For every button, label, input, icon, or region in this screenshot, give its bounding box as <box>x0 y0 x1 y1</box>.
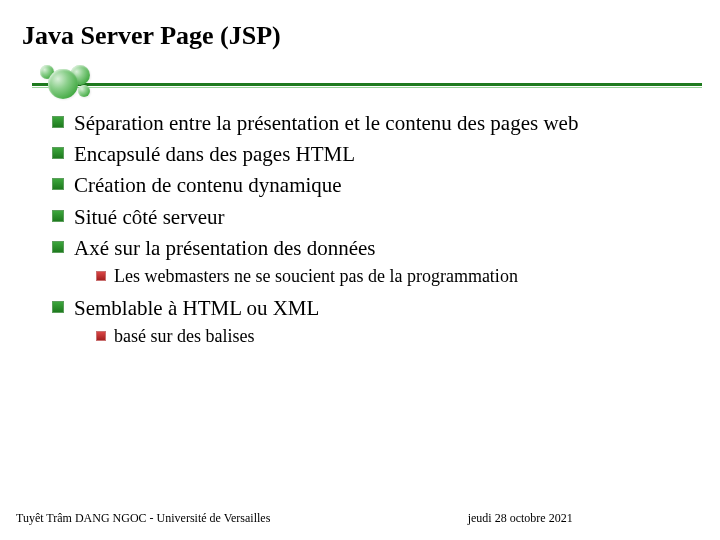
bullet-text: basé sur des balises <box>114 326 254 346</box>
bullet-text: Les webmasters ne se soucient pas de la … <box>114 266 518 286</box>
bullet-list: Séparation entre la présentation et le c… <box>52 109 678 349</box>
content-area: Séparation entre la présentation et le c… <box>0 97 720 349</box>
slide-title: Java Server Page (JSP) <box>22 22 720 51</box>
footer-date: jeudi 28 octobre 2021 <box>468 511 573 526</box>
footer-spacer <box>573 511 704 526</box>
list-item: Création de contenu dynamique <box>52 171 678 199</box>
sub-bullet-list: basé sur des balises <box>74 324 678 349</box>
bullet-text: Situé côté serveur <box>74 205 224 229</box>
slide: Java Server Page (JSP) Séparation entre … <box>0 0 720 540</box>
bullet-text: Séparation entre la présentation et le c… <box>74 111 578 135</box>
list-item: Semblable à HTML ou XML basé sur des bal… <box>52 294 678 350</box>
separator-line <box>32 83 702 86</box>
title-separator <box>0 69 720 97</box>
bullet-text: Semblable à HTML ou XML <box>74 296 319 320</box>
bullet-text: Encapsulé dans des pages HTML <box>74 142 355 166</box>
list-item: Encapsulé dans des pages HTML <box>52 140 678 168</box>
bullet-text: Axé sur la présentation des données <box>74 236 376 260</box>
footer: Tuyêt Trâm DANG NGOC - Université de Ver… <box>16 511 704 526</box>
list-item: Situé côté serveur <box>52 203 678 231</box>
sphere-icon <box>48 69 78 99</box>
title-area: Java Server Page (JSP) <box>0 0 720 51</box>
list-item: Axé sur la présentation des données Les … <box>52 234 678 290</box>
decorative-spheres <box>36 63 100 107</box>
sub-bullet-list: Les webmasters ne se soucient pas de la … <box>74 264 678 289</box>
sphere-icon <box>78 85 90 97</box>
separator-shadow <box>32 87 702 88</box>
footer-author: Tuyêt Trâm DANG NGOC - Université de Ver… <box>16 511 270 526</box>
list-item: Séparation entre la présentation et le c… <box>52 109 678 137</box>
footer-spacer <box>270 511 401 526</box>
list-item: Les webmasters ne se soucient pas de la … <box>96 264 678 289</box>
list-item: basé sur des balises <box>96 324 678 349</box>
bullet-text: Création de contenu dynamique <box>74 173 342 197</box>
